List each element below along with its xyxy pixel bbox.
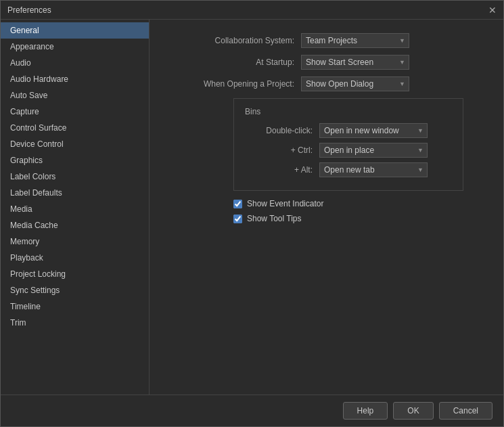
cancel-button[interactable]: Cancel xyxy=(439,402,492,420)
double-click-select[interactable]: Open in new windowOpen in placeOpen new … xyxy=(319,123,428,138)
collaboration-select[interactable]: Team Projects xyxy=(301,33,409,48)
when-opening-label: When Opening a Project: xyxy=(166,79,301,89)
sidebar-item-sync-settings[interactable]: Sync Settings xyxy=(1,282,149,298)
at-startup-row: At Startup: Show Start ScreenShow Open D… xyxy=(166,55,487,70)
double-click-row: Double-click: Open in new windowOpen in … xyxy=(245,123,452,138)
sidebar-item-appearance[interactable]: Appearance xyxy=(1,39,149,55)
main-panel: Collaboration System: Team Projects At S… xyxy=(150,20,503,395)
at-startup-select[interactable]: Show Start ScreenShow Open DialogNew Pro… xyxy=(301,55,409,70)
double-click-select-wrapper: Open in new windowOpen in placeOpen new … xyxy=(319,123,428,138)
ctrl-label: + Ctrl: xyxy=(245,145,319,155)
window-title: Preferences xyxy=(7,5,51,15)
content-area: GeneralAppearanceAudioAudio HardwareAuto… xyxy=(1,20,503,395)
show-event-indicator-row: Show Event Indicator xyxy=(233,199,487,208)
sidebar-item-device-control[interactable]: Device Control xyxy=(1,136,149,152)
show-event-indicator-checkbox[interactable] xyxy=(233,200,242,208)
sidebar-item-audio[interactable]: Audio xyxy=(1,55,149,71)
help-button[interactable]: Help xyxy=(343,402,388,420)
sidebar-item-label-colors[interactable]: Label Colors xyxy=(1,168,149,185)
bins-title: Bins xyxy=(245,107,452,116)
at-startup-label: At Startup: xyxy=(166,58,301,67)
alt-row: + Alt: Open new tabOpen in new windowOpe… xyxy=(245,162,452,177)
ctrl-select-wrapper: Open in placeOpen in new windowOpen new … xyxy=(319,143,428,158)
sidebar-item-timeline[interactable]: Timeline xyxy=(1,298,149,315)
ctrl-select[interactable]: Open in placeOpen in new windowOpen new … xyxy=(319,143,428,158)
close-button[interactable]: ✕ xyxy=(488,5,497,16)
sidebar-item-memory[interactable]: Memory xyxy=(1,233,149,250)
sidebar-item-playback[interactable]: Playback xyxy=(1,250,149,266)
show-tool-tips-row: Show Tool Tips xyxy=(233,214,487,223)
sidebar: GeneralAppearanceAudioAudio HardwareAuto… xyxy=(1,20,150,395)
title-bar: Preferences ✕ xyxy=(1,1,503,20)
alt-select-wrapper: Open new tabOpen in new windowOpen in pl… xyxy=(319,162,428,177)
ok-button[interactable]: OK xyxy=(393,402,433,420)
show-event-indicator-label[interactable]: Show Event Indicator xyxy=(247,199,323,208)
preferences-window: Preferences ✕ GeneralAppearanceAudioAudi… xyxy=(0,0,504,427)
at-startup-select-wrapper: Show Start ScreenShow Open DialogNew Pro… xyxy=(301,55,409,70)
when-opening-row: When Opening a Project: Show Open Dialog… xyxy=(166,76,487,91)
footer: Help OK Cancel xyxy=(1,395,503,426)
alt-select[interactable]: Open new tabOpen in new windowOpen in pl… xyxy=(319,162,428,177)
sidebar-item-media-cache[interactable]: Media Cache xyxy=(1,217,149,233)
show-tool-tips-checkbox[interactable] xyxy=(233,215,242,223)
sidebar-item-project-locking[interactable]: Project Locking xyxy=(1,266,149,282)
collaboration-select-wrapper: Team Projects xyxy=(301,33,409,48)
sidebar-item-graphics[interactable]: Graphics xyxy=(1,152,149,168)
double-click-label: Double-click: xyxy=(245,126,319,135)
sidebar-item-general[interactable]: General xyxy=(1,22,149,39)
sidebar-item-audio-hardware[interactable]: Audio Hardware xyxy=(1,71,149,87)
when-opening-select-wrapper: Show Open DialogOpen Previous Project xyxy=(301,76,409,91)
sidebar-item-trim[interactable]: Trim xyxy=(1,315,149,331)
collaboration-label: Collaboration System: xyxy=(166,36,301,45)
ctrl-row: + Ctrl: Open in placeOpen in new windowO… xyxy=(245,143,452,158)
sidebar-item-media[interactable]: Media xyxy=(1,201,149,217)
show-tool-tips-label[interactable]: Show Tool Tips xyxy=(247,214,302,223)
sidebar-item-capture[interactable]: Capture xyxy=(1,104,149,120)
bins-group: Bins Double-click: Open in new windowOpe… xyxy=(233,98,463,191)
sidebar-item-control-surface[interactable]: Control Surface xyxy=(1,120,149,136)
sidebar-item-auto-save[interactable]: Auto Save xyxy=(1,87,149,104)
when-opening-select[interactable]: Show Open DialogOpen Previous Project xyxy=(301,76,409,91)
alt-label: + Alt: xyxy=(245,165,319,175)
collaboration-row: Collaboration System: Team Projects xyxy=(166,33,487,48)
sidebar-item-label-defaults[interactable]: Label Defaults xyxy=(1,185,149,201)
